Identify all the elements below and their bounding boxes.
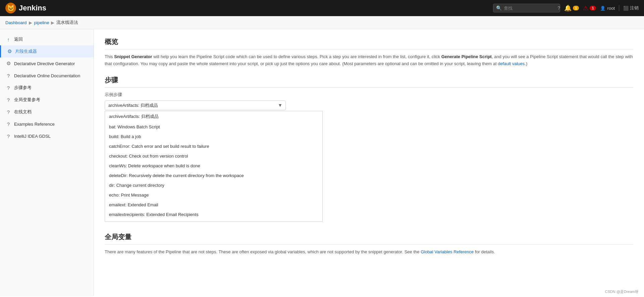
sidebar-item-declarative-directive[interactable]: ⚙ Declarative Directive Generator xyxy=(0,57,94,70)
global-vars-link[interactable]: Global Variables Reference xyxy=(421,249,474,254)
list-item[interactable]: deleteDir: Recursively delete the curren… xyxy=(105,171,322,180)
search-input[interactable] xyxy=(504,6,554,11)
list-item[interactable]: catchError: Catch error and set build re… xyxy=(105,141,322,151)
alert-badge: 1 xyxy=(590,6,596,10)
intro-text-part2: will help you learn the Pipeline Script … xyxy=(152,54,441,59)
list-item[interactable]: checkout: Check out from version control xyxy=(105,151,322,161)
logo-text: Jenkins xyxy=(19,4,46,12)
notifications-button[interactable]: 🔔 1 xyxy=(564,4,579,12)
notification-badge: 1 xyxy=(573,6,579,10)
gear-icon-directive: ⚙ xyxy=(5,60,11,67)
breadcrumb: Dashboard ▶ pipeline ▶ 流水线语法 xyxy=(0,16,644,29)
breadcrumb-current: 流水线语法 xyxy=(56,19,78,26)
navbar: 🐱 Jenkins 🔍 ? 🔔 1 ⚠ 1 👤 root ⬛ 注销 xyxy=(0,0,644,16)
list-item[interactable]: emailext: Extended Email xyxy=(105,200,322,210)
question-icon-online: ? xyxy=(5,73,11,79)
breadcrumb-pipeline[interactable]: pipeline xyxy=(34,20,49,25)
overview-title: 概览 xyxy=(105,37,633,49)
logout-label: 注销 xyxy=(630,5,639,11)
intro-text-part1: This xyxy=(105,54,114,59)
list-item[interactable]: cleanWs: Delete workspace when build is … xyxy=(105,161,322,171)
global-variables-section: 全局变量 There are many features of the Pipe… xyxy=(105,232,633,256)
sidebar-item-global-vars[interactable]: ? 全局变量参考 xyxy=(0,94,94,106)
sidebar-snippet-label: 片段生成器 xyxy=(15,48,37,54)
sidebar-item-online-docs[interactable]: ? 在线文档 xyxy=(0,106,94,118)
sidebar-intellij-label: IntelliJ IDEA GDSL xyxy=(14,134,51,139)
sidebar-steps-label: 步骤参考 xyxy=(14,85,32,91)
steps-label: 示例步骤 xyxy=(105,92,633,98)
question-icon-examples: ? xyxy=(5,121,11,127)
snippet-generator-label: Snippet Generator xyxy=(114,54,152,59)
watermark: CSDN @是Dream呀 xyxy=(605,289,639,294)
logo[interactable]: 🐱 Jenkins xyxy=(5,3,46,13)
user-icon: 👤 xyxy=(600,6,605,11)
sidebar-docs-label: 在线文档 xyxy=(14,109,32,115)
username-label: root xyxy=(607,6,615,11)
list-item[interactable]: archiveArtifacts: 归档成品 xyxy=(105,111,322,122)
logout-button[interactable]: ⬛ 注销 xyxy=(619,5,639,11)
global-text-part1: There are many features of the Pipeline … xyxy=(105,249,421,254)
global-vars-title: 全局变量 xyxy=(105,232,633,245)
watermark-text: CSDN @是Dream呀 xyxy=(605,290,639,294)
user-menu[interactable]: 👤 root xyxy=(600,6,615,11)
list-item[interactable]: bat: Windows Batch Script xyxy=(105,122,322,132)
sidebar-item-intellij-gdsl[interactable]: ? IntelliJ IDEA GDSL xyxy=(0,130,94,142)
sidebar-item-examples-ref[interactable]: ? Examples Reference xyxy=(0,118,94,130)
list-item[interactable]: echo: Print Message xyxy=(105,190,322,200)
list-item[interactable]: build: Build a job xyxy=(105,132,322,141)
overview-section: 概览 This Snippet Generator will help you … xyxy=(105,37,633,68)
sidebar-global-label: 全局变量参考 xyxy=(14,97,40,103)
step-select-wrapper: archiveArtifacts: 归档成品 ▼ xyxy=(105,100,286,110)
alerts-button[interactable]: ⚠ 1 xyxy=(583,4,596,12)
sidebar-online-label: Declarative Online Documentation xyxy=(14,73,80,78)
list-item[interactable]: dir: Change current directory xyxy=(105,180,322,190)
sidebar-directive-label: Declarative Directive Generator xyxy=(14,61,75,66)
question-icon-docs: ? xyxy=(5,109,11,115)
gear-icon-active: ⚙ xyxy=(6,48,12,54)
arrow-up-icon: ↑ xyxy=(5,36,11,42)
dropdown-list[interactable]: archiveArtifacts: 归档成品 bat: Windows Batc… xyxy=(105,111,323,222)
steps-section: 步骤 示例步骤 archiveArtifacts: 归档成品 ▼ archive… xyxy=(105,76,633,222)
bell-icon: 🔔 xyxy=(564,4,572,12)
navbar-actions: 🔔 1 ⚠ 1 👤 root ⬛ 注销 xyxy=(564,4,639,12)
search-box[interactable]: 🔍 ? xyxy=(493,4,560,12)
global-text-part2: for details. xyxy=(474,249,495,254)
breadcrumb-sep-1: ▶ xyxy=(29,20,32,25)
page-layout: ↑ 返回 ⚙ 片段生成器 ⚙ Declarative Directive Gen… xyxy=(0,29,644,296)
list-item[interactable]: error: Error signal xyxy=(105,219,322,222)
breadcrumb-dashboard[interactable]: Dashboard xyxy=(5,20,27,25)
logout-icon: ⬛ xyxy=(623,6,629,11)
sidebar-item-steps-ref[interactable]: ? 步骤参考 xyxy=(0,82,94,94)
sidebar-item-back[interactable]: ↑ 返回 xyxy=(0,33,94,45)
sidebar: ↑ 返回 ⚙ 片段生成器 ⚙ Declarative Directive Gen… xyxy=(0,29,94,296)
sidebar-item-declarative-online[interactable]: ? Declarative Online Documentation xyxy=(0,70,94,82)
intro-text-part4: .) xyxy=(525,61,527,66)
question-icon-steps: ? xyxy=(5,85,11,91)
sidebar-back-label: 返回 xyxy=(14,36,23,42)
breadcrumb-sep-2: ▶ xyxy=(51,20,54,25)
default-values-link[interactable]: default values xyxy=(498,61,525,66)
intro-paragraph: This Snippet Generator will help you lea… xyxy=(105,53,633,68)
search-icon: 🔍 xyxy=(496,5,502,11)
steps-title: 步骤 xyxy=(105,76,633,88)
generate-script-label: Generate Pipeline Script xyxy=(441,54,492,59)
alert-icon: ⚠ xyxy=(583,4,588,12)
main-content: 概览 This Snippet Generator will help you … xyxy=(94,29,644,296)
question-icon-global: ? xyxy=(5,97,11,103)
help-circle-icon[interactable]: ? xyxy=(557,5,560,11)
step-select[interactable]: archiveArtifacts: 归档成品 xyxy=(105,100,286,110)
sidebar-item-snippet-generator[interactable]: ⚙ 片段生成器 xyxy=(0,45,94,57)
logo-icon: 🐱 xyxy=(5,3,16,13)
question-icon-intellij: ? xyxy=(5,133,11,139)
global-text: There are many features of the Pipeline … xyxy=(105,249,633,256)
sidebar-examples-label: Examples Reference xyxy=(14,122,55,127)
list-item[interactable]: emailextrecipients: Extended Email Recip… xyxy=(105,210,322,219)
